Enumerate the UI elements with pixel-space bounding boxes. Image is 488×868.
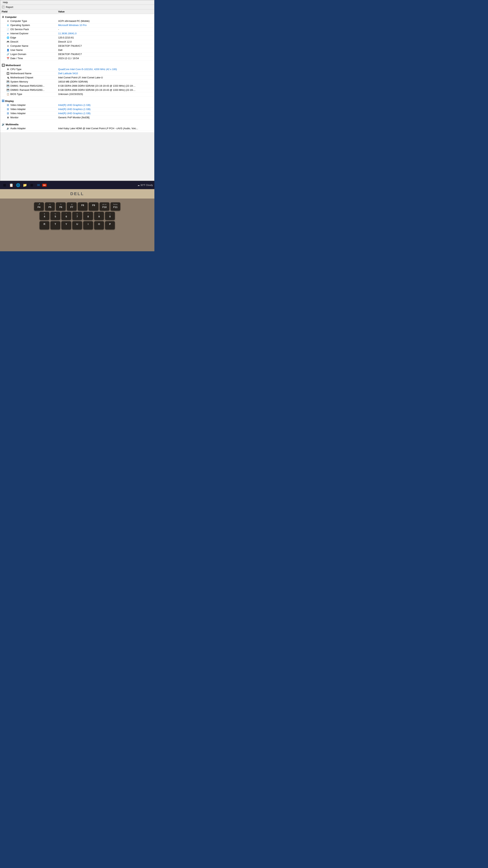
keyboard-row-numbers: $ 4 % 5 ^ 6 & 7 * 8 ( 9 ) 0 (2, 212, 153, 220)
key-y[interactable]: Y (61, 221, 71, 229)
table-header: Field Value (0, 9, 154, 14)
key-i[interactable]: I (83, 221, 93, 229)
key-6[interactable]: ^ 6 (61, 212, 71, 220)
key-t[interactable]: T (51, 221, 60, 229)
table-row[interactable]: 🔌 Motherboard Chipset Intel Comet Point-… (0, 76, 154, 80)
logon-domain-value: DESKTOP-TNU8VC7 (57, 53, 153, 56)
table-row[interactable]: 👤 User Name Dell (0, 48, 154, 52)
taskbar-weather[interactable]: ☁ 30°F Cloudy (137, 184, 153, 186)
video3-value: Intel(R) UHD Graphics (1 GB) (57, 112, 153, 115)
logon-domain-field: 🔗 Logon Domain (6, 53, 57, 56)
computer-section-icon: 🖥 (2, 16, 4, 19)
multimedia-section-header[interactable]: 🔊 Multimedia (0, 122, 154, 127)
taskbar-mail-icon[interactable]: ✉ (35, 182, 41, 188)
computer-section-header[interactable]: 🖥 Computer (0, 15, 154, 19)
video1-icon: 🖼 (6, 104, 10, 106)
edge-icon: 🌐 (6, 36, 10, 39)
key-5[interactable]: % 5 (51, 212, 60, 220)
motherboard-section-header[interactable]: 🔲 Motherboard (0, 63, 154, 67)
taskbar-badge[interactable]: 64 (42, 184, 47, 187)
table-row[interactable]: 💾 DIMM1: Ramaxel RMSA3260... 8 GB DDR4-2… (0, 84, 154, 88)
video1-value: Intel(R) UHD Graphics (1 GB) (57, 103, 153, 106)
motherboard-section-title: Motherboard (6, 64, 21, 67)
table-row[interactable]: 🔊 Audio Adapter Intel Kaby Lake HDMI @ I… (0, 127, 154, 131)
multimedia-section-title: Multimedia (6, 123, 19, 126)
table-row[interactable]: 🖼 Video Adapter Intel(R) UHD Graphics (1… (0, 103, 154, 107)
display-section-title: Display (5, 100, 14, 102)
dimm3-value: 8 GB DDR4-2666 DDR4 SDRAM (23-19-19-43 @… (57, 89, 153, 91)
table-row[interactable]: 📅 Date / Time 2023-12-11 / 19:54 (0, 57, 154, 61)
table-row[interactable]: e Internet Explorer 11.3636.19041.0 (0, 32, 154, 36)
table-row[interactable]: 🔲 Motherboard Name Dell Latitude 5410 (0, 71, 154, 76)
taskbar-store-icon[interactable]: ⊞ (29, 182, 35, 188)
taskbar-folder-icon[interactable]: 📁 (22, 182, 28, 188)
motherboard-section: 🔲 Motherboard ⚙ CPU Type QuadCore Intel … (0, 63, 154, 96)
table-row[interactable]: 🖼 Video Adapter Intel(R) UHD Graphics (1… (0, 107, 154, 112)
table-row[interactable]: 🖥 Computer Name DESKTOP-TNU8VC7 (0, 44, 154, 48)
table-row[interactable]: 🖥 Computer Type ACPI x64-based PC (Mobil… (0, 19, 154, 23)
directx-field: 🎮 DirectX (6, 40, 57, 43)
video1-field: 🖼 Video Adapter (6, 103, 57, 106)
key-9[interactable]: ( 9 (94, 212, 104, 220)
directx-icon: 🎮 (6, 40, 10, 43)
computer-name-field: 🖥 Computer Name (6, 44, 57, 47)
dimm1-icon: 💾 (6, 85, 10, 87)
key-p[interactable]: P (105, 221, 115, 229)
table-row[interactable]: ⊞ Operating System Microsoft Windows 10 … (0, 23, 154, 28)
key-f4[interactable]: 🎤 F4 (34, 202, 44, 211)
weather-text: 30°F Cloudy (140, 184, 153, 186)
bios-field: 📋 BIOS Type (6, 93, 57, 95)
dimm1-value: 8 GB DDR4-2666 DDR4 SDRAM (23-19-19-43 @… (57, 84, 153, 87)
key-f7[interactable]: 🖨 F7 (67, 202, 77, 211)
key-f5[interactable]: ☀ F5 (45, 202, 55, 211)
toolbar: Report (0, 5, 154, 9)
display-rows: 🖼 Video Adapter Intel(R) UHD Graphics (1… (0, 103, 154, 120)
report-label[interactable]: Report (6, 6, 13, 8)
os-field: ⊞ Operating System (6, 24, 57, 27)
key-u[interactable]: U (72, 221, 82, 229)
help-menu[interactable]: Help (2, 1, 9, 4)
table-row[interactable]: 💾 System Memory 16016 MB (DDR4 SDRAM) (0, 80, 154, 84)
key-r[interactable]: R (39, 221, 49, 229)
table-row[interactable]: 📋 BIOS Type Unknown (10/23/2023) (0, 92, 154, 96)
cpu-icon: ⚙ (6, 68, 10, 71)
motherboard-section-icon: 🔲 (2, 64, 5, 67)
content-area: Field Value 🖥 Computer 🖥 Computer Type A… (0, 9, 154, 132)
key-4[interactable]: $ 4 (39, 212, 49, 220)
key-f9[interactable]: F9 (89, 202, 98, 211)
key-8[interactable]: * 8 (83, 212, 93, 220)
mb-chipset-value: Intel Comet Point-LP, Intel Comet Lake-U (57, 76, 153, 79)
multimedia-section: 🔊 Multimedia 🔊 Audio Adapter Intel Kaby … (0, 122, 154, 131)
key-7[interactable]: & 7 (72, 212, 82, 220)
taskbar-taskview-icon[interactable]: 📋 (8, 182, 14, 188)
table-row[interactable]: 💾 DIMM3: Ramaxel RMSA3260... 8 GB DDR4-2… (0, 88, 154, 92)
os-value: Microsoft Windows 10 Pro (57, 24, 153, 27)
dimm3-icon: 💾 (6, 89, 10, 91)
table-row[interactable]: 🖥 Monitor Generic PnP Monitor [NoDB] (0, 116, 154, 120)
key-f6[interactable]: ☀ F6 (56, 202, 66, 211)
taskbar-start-icon[interactable]: ⊞ (1, 182, 7, 188)
table-row[interactable]: 🌐 Edge 120.0.2210.61 (0, 36, 154, 40)
computer-name-value: DESKTOP-TNU8VC7 (57, 44, 153, 47)
mb-name-field: 🔲 Motherboard Name (6, 72, 57, 75)
table-row[interactable]: ⚙ CPU Type QuadCore Intel Core i5-10210U… (0, 67, 154, 71)
key-f8[interactable]: F8 (78, 202, 88, 211)
key-f11[interactable]: home F11 (110, 202, 120, 211)
key-o[interactable]: O (94, 221, 104, 229)
value-column-header: Value (58, 10, 153, 13)
table-row[interactable]: 📄 OS Service Pack - (0, 28, 154, 32)
computer-rows: 🖥 Computer Type ACPI x64-based PC (Mobil… (0, 19, 154, 61)
keyboard-area: 🎤 F4 ☀ F5 ☀ F6 🖨 F7 F8 F9 prt sc F10 hom (0, 198, 154, 251)
directx-value: DirectX 12.0 (57, 40, 153, 43)
table-row[interactable]: 🔗 Logon Domain DESKTOP-TNU8VC7 (0, 52, 154, 57)
audio-icon: 🔊 (6, 127, 10, 130)
mb-chipset-icon: 🔌 (6, 76, 10, 79)
display-section-header[interactable]: 🖼 Display (0, 99, 154, 103)
table-row[interactable]: 🖼 Video Adapter Intel(R) UHD Graphics (1… (0, 112, 154, 116)
table-row[interactable]: 🎮 DirectX DirectX 12.0 (0, 40, 154, 44)
app-window: Help Report Field Value 🖥 Computer (0, 0, 154, 181)
key-0[interactable]: ) 0 (105, 212, 115, 220)
taskbar-edge-icon[interactable]: 🌐 (15, 182, 21, 188)
key-f10[interactable]: prt sc F10 (100, 202, 109, 211)
video3-field: 🖼 Video Adapter (6, 112, 57, 115)
